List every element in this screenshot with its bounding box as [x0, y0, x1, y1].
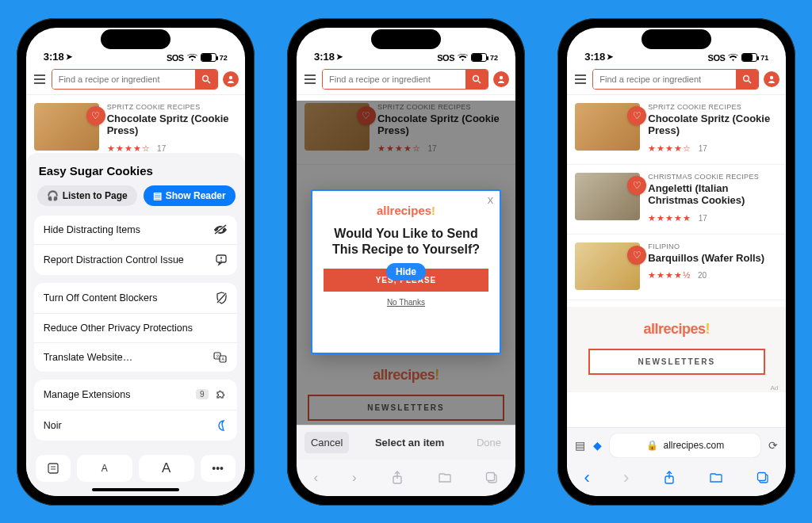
forward-icon: › — [352, 470, 357, 486]
back-button[interactable]: ‹ — [584, 468, 589, 488]
noir-extension[interactable]: Noir — [34, 410, 237, 441]
battery-percent: 72 — [490, 54, 498, 62]
recipe-title: Angeletti (Italian Christmas Cookies) — [648, 182, 775, 207]
report-distraction-issue[interactable]: Report Distraction Control Issue — [34, 245, 237, 275]
site-header — [567, 64, 786, 95]
reduce-privacy-protections[interactable]: Reduce Other Privacy Protections — [34, 314, 237, 343]
reader-settings-button[interactable] — [36, 455, 71, 482]
tabs-icon — [485, 471, 498, 484]
svg-rect-30 — [758, 472, 766, 480]
phone-frame-3: 3:18 ➤ SOS 71 ♡ SPR — [557, 18, 795, 506]
star-rating: ★★★★½ — [648, 270, 691, 280]
battery-percent: 71 — [760, 54, 768, 62]
rating-count: 17 — [157, 144, 166, 153]
cancel-button[interactable]: Cancel — [304, 432, 349, 453]
recipe-thumbnail: ♡ — [34, 103, 99, 151]
search-button[interactable] — [195, 70, 217, 89]
no-thanks-link[interactable]: No Thanks — [387, 298, 425, 307]
text-toolbar: A A ••• — [34, 449, 237, 485]
svg-text:文: 文 — [216, 353, 220, 358]
hide-chip[interactable]: Hide — [386, 263, 426, 281]
popup-heading: Would You Like to Send This Recipe to Yo… — [324, 226, 488, 258]
safari-toolbar: ‹ › — [297, 460, 515, 496]
rating-count: 17 — [699, 214, 707, 223]
back-icon: ‹ — [313, 470, 318, 486]
site-header — [26, 64, 245, 95]
phone-frame-2: 3:18 ➤ SOS 72 ♡ — [287, 18, 525, 506]
dynamic-island — [642, 29, 711, 49]
clock: 3:18 — [44, 51, 64, 63]
turn-off-content-blockers[interactable]: Turn Off Content Blockers — [34, 283, 237, 314]
reader-icon[interactable]: ▤ — [575, 439, 585, 452]
rating-count: 20 — [698, 271, 707, 280]
report-icon — [215, 254, 228, 266]
favorite-button[interactable]: ♡ — [627, 246, 646, 265]
close-icon[interactable]: X — [488, 196, 493, 205]
search-input[interactable] — [323, 70, 465, 89]
bookmarks-button[interactable] — [709, 472, 723, 483]
recipe-category: SPRITZ COOKIE RECIPES — [107, 103, 234, 111]
translate-website[interactable]: Translate Website… 文A — [34, 343, 237, 372]
recipe-card[interactable]: ♡ FILIPINO Barquillos (Wafer Rolls) ★★★★… — [567, 235, 786, 300]
search-input[interactable] — [593, 70, 736, 89]
recipe-title: Chocolate Spritz (Cookie Press) — [107, 113, 234, 137]
profile-icon[interactable] — [493, 71, 509, 87]
recipe-card[interactable]: ♡ CHRISTMAS COOKIE RECIPES Angeletti (It… — [567, 165, 786, 235]
sos-indicator: SOS — [437, 53, 454, 63]
search-button[interactable] — [736, 70, 758, 89]
search-button[interactable] — [465, 70, 488, 89]
recipe-category: FILIPINO — [648, 242, 775, 250]
recipe-thumbnail: ♡ — [575, 173, 640, 220]
search-field[interactable] — [52, 69, 218, 90]
selected-element[interactable]: X allrecipes! Would You Like to Send Thi… — [311, 189, 501, 354]
reload-icon[interactable]: ⟳ — [768, 439, 778, 452]
newsletters-button[interactable]: NEWSLETTERS — [588, 349, 765, 375]
lock-icon: 🔒 — [646, 440, 658, 451]
hamburger-icon[interactable] — [33, 74, 47, 84]
hide-distracting-items[interactable]: Hide Distracting Items — [34, 216, 237, 245]
puzzle-icon — [215, 388, 228, 401]
privacy-icon[interactable]: ◆ — [593, 439, 602, 452]
hamburger-icon[interactable] — [303, 74, 317, 84]
manage-extensions[interactable]: Manage Extensions 9 — [34, 380, 237, 410]
favorite-button[interactable]: ♡ — [627, 106, 646, 125]
star-rating: ★★★★☆ — [107, 143, 151, 153]
reader-icon: ▤ — [153, 190, 162, 201]
done-button: Done — [470, 432, 508, 453]
recipe-card[interactable]: ♡ SPRITZ COOKIE RECIPES Chocolate Spritz… — [567, 95, 786, 165]
svg-rect-14 — [48, 464, 58, 473]
battery-icon — [471, 53, 487, 62]
profile-icon[interactable] — [223, 71, 239, 87]
more-button[interactable]: ••• — [201, 455, 236, 482]
sos-indicator: SOS — [708, 53, 726, 63]
brand-logo: allrecipes! — [377, 204, 435, 217]
search-input[interactable] — [52, 70, 195, 89]
text-smaller-button[interactable]: A — [77, 455, 132, 482]
address-bar[interactable]: ▤ ◆ 🔒 allrecipes.com ⟳ — [567, 427, 786, 463]
svg-point-7 — [220, 260, 222, 262]
search-field[interactable] — [592, 69, 759, 90]
clock: 3:18 — [584, 51, 605, 63]
favorite-button[interactable]: ♡ — [627, 176, 646, 195]
battery-icon — [201, 53, 216, 62]
favorite-button[interactable]: ♡ — [86, 106, 105, 125]
svg-point-19 — [500, 75, 503, 78]
listen-to-page-button[interactable]: 🎧 Listen to Page — [37, 185, 137, 206]
url-text: allrecipes.com — [663, 440, 724, 451]
text-larger-button[interactable]: A — [139, 455, 194, 482]
show-reader-button[interactable]: ▤ Show Reader — [144, 185, 236, 206]
share-button[interactable] — [663, 471, 676, 485]
svg-point-17 — [473, 75, 479, 81]
svg-point-2 — [228, 75, 232, 78]
wifi-icon — [458, 54, 468, 62]
brand-logo: allrecipes! — [644, 321, 710, 337]
dynamic-island — [101, 29, 170, 49]
profile-icon[interactable] — [764, 71, 779, 87]
eye-slash-icon — [213, 224, 228, 235]
tabs-button[interactable] — [756, 471, 769, 484]
hamburger-icon[interactable] — [573, 74, 588, 84]
home-indicator[interactable] — [92, 488, 179, 491]
search-field[interactable] — [322, 69, 488, 90]
clock: 3:18 — [314, 51, 335, 63]
url-field[interactable]: 🔒 allrecipes.com — [610, 433, 760, 457]
